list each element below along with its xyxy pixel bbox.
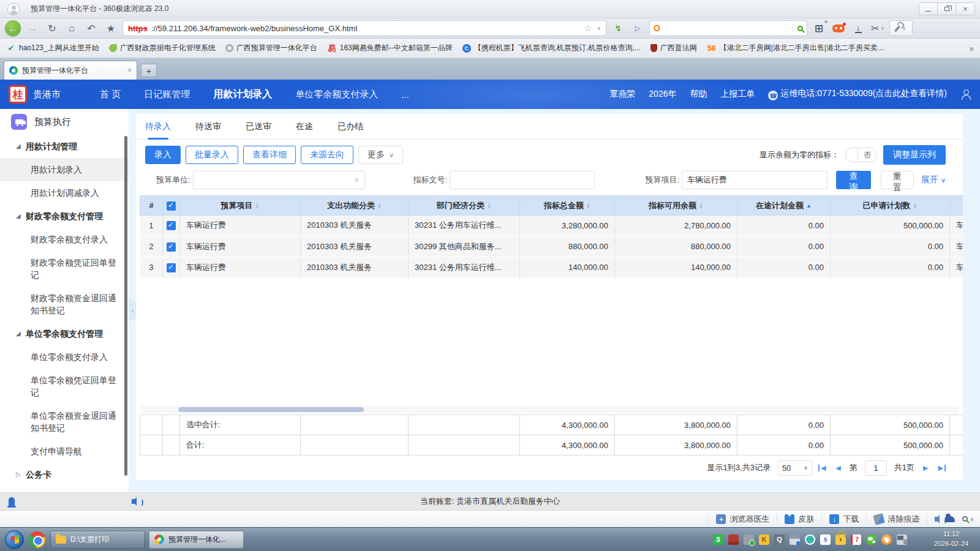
cell-extra[interactable]: 车辆运行费 [950,216,963,236]
column-header[interactable]: 部门经济分类 [409,196,520,216]
bookmark[interactable]: 广西普法网 [650,43,697,53]
cell-applied[interactable]: 500,000.00 [831,216,950,236]
status-tab[interactable]: 已办结 [337,114,363,140]
cell-applied[interactable]: 0.00 [831,236,950,257]
play-icon[interactable]: ▷ [630,20,646,36]
cell-applied[interactable]: 0.00 [831,257,950,278]
cell-econ-class[interactable]: 30231 公务用车运行维... [409,216,520,236]
kis-icon[interactable]: K [759,534,769,545]
cell-in-transit[interactable]: 0.00 [737,236,831,257]
cell-total-amount[interactable]: 3,280,000.00 [520,216,615,236]
row-checkbox[interactable] [163,257,180,278]
sort-icon[interactable] [806,204,812,208]
column-header[interactable]: 已申请计划数 [831,196,950,216]
lock-icon[interactable] [835,534,846,545]
forward-button[interactable]: → [24,20,40,36]
nav-item[interactable]: 首 页 [100,89,121,100]
cell-in-transit[interactable]: 0.00 [737,257,831,278]
address-bar[interactable]: https ://59.211.206.34/framework-web2/bu… [123,20,606,36]
new-tab-button[interactable]: + [141,64,157,77]
row-checkbox[interactable] [163,236,180,257]
taskbar-folder-button[interactable]: D:\支票打印 [50,531,145,549]
prev-page-button[interactable]: ◀ [834,464,842,472]
stock-app-icon[interactable]: 7 [851,534,861,545]
statusbar-item[interactable]: + 浏览器医生 [708,514,777,525]
table-row[interactable]: 2 车辆运行费 2010303 机关服务 30299 其他商品和服务... 88… [140,236,963,257]
cell-extra[interactable]: 车辆运行费 [950,236,963,257]
sidebar-item[interactable]: 用款计划调减录入 [0,181,129,204]
360-swirl-icon[interactable]: S [820,534,831,545]
bookmark[interactable]: ✔ hao123_上网从这里开始 [6,43,99,53]
cell-available-balance[interactable]: 880,000.00 [615,236,737,257]
column-header[interactable]: 指标总金额 [520,196,615,216]
ticket-link[interactable]: 上报工单 [720,89,755,100]
sogou-input-icon[interactable]: S [713,534,723,545]
page-number-input[interactable]: 1 [865,460,887,476]
nav-item[interactable]: 用款计划录入 [213,88,272,101]
nav-item[interactable]: 单位零余额支付录入 [295,89,378,100]
action-button[interactable]: 录入 [145,146,181,164]
statusbar-item[interactable]: 清除痕迹 [866,514,927,525]
cell-budget-item[interactable]: 车辆运行费 [180,236,301,257]
action-button[interactable]: 更多 [358,146,403,164]
column-header[interactable]: 支出功能分类 [301,196,409,216]
sort-icon[interactable] [586,203,590,209]
statusbar-item[interactable]: ↓ 下载 [821,514,866,525]
nav-item[interactable]: ... [401,89,409,100]
select-all-checkbox[interactable] [163,196,180,216]
cell-function-class[interactable]: 2010303 机关服务 [301,236,409,257]
reset-button[interactable]: 重置 [881,171,914,189]
download-button[interactable]: ↓ [850,20,866,36]
doc-no-input[interactable] [450,171,595,189]
cell-function-class[interactable]: 2010303 机关服务 [301,257,409,278]
budget-unit-select[interactable] [193,171,366,189]
current-user[interactable]: 覃燕荣 [609,89,635,100]
sidebar-scrollbar[interactable] [124,136,127,476]
search-box[interactable]: O [649,20,807,36]
bookmark[interactable]: C 【携程机票】飞机票查询,机票预订,机票价格查询,... [462,43,641,53]
sort-icon[interactable] [487,203,491,209]
nav-item[interactable]: 日记账管理 [144,89,190,100]
wallet-icon[interactable] [728,534,739,545]
row-checkbox[interactable] [163,216,180,236]
status-tab[interactable]: 已送审 [246,114,271,140]
user-avatar-icon[interactable] [7,3,20,15]
screenshot-button[interactable]: ✂∨ [870,20,886,36]
expand-filters-link[interactable]: 展开 [921,174,946,186]
cell-available-balance[interactable]: 140,000.00 [615,257,737,278]
sidebar-item[interactable]: 单位零余额凭证回单登记 [0,369,129,404]
speed-icon[interactable]: ↯ [610,20,626,36]
network-icon[interactable] [897,534,907,545]
bookmark[interactable]: 58 【港北二手房网|港北二手房出售|港北二手房买卖... [707,43,884,53]
bookmarks-overflow-icon[interactable]: » [969,43,974,53]
cell-in-transit[interactable]: 0.00 [737,216,831,236]
adjust-columns-button[interactable]: 调整显示列 [883,145,946,165]
favorites-button[interactable]: ★ [103,20,119,36]
refresh-button[interactable]: ↻ [44,20,60,36]
browser-tab[interactable]: 预算管理一体化平台 × [4,61,137,80]
doc-search-icon[interactable]: Q [774,534,785,545]
help-link[interactable]: 帮助 [690,89,707,100]
fiscal-year[interactable]: 2026年 [649,89,676,100]
sidebar-item[interactable]: 单位零余额资金退回通知书登记 [0,404,129,440]
taskbar-clock[interactable]: 11:12 2026-02-24 [927,530,975,549]
cell-function-class[interactable]: 2010303 机关服务 [301,216,409,236]
shield-icon[interactable] [805,534,815,545]
taskbar-browser-button[interactable]: 预算管理一体化... [149,531,244,549]
sort-icon[interactable] [377,203,382,209]
page-size-select[interactable]: 50∨ [778,460,812,476]
scrollbar-thumb[interactable] [178,407,364,412]
cloud-icon[interactable] [944,516,955,522]
column-header[interactable]: 预算项目 [180,196,301,216]
first-page-button[interactable]: ◀ [820,464,827,472]
volume-icon[interactable] [912,534,922,545]
url-dropdown-icon[interactable]: ∨ [597,25,601,31]
cell-econ-class[interactable]: 30299 其他商品和服务... [409,236,520,257]
status-tab[interactable]: 待录入 [145,114,171,140]
budget-item-input[interactable]: 车辆运行费 [682,171,827,189]
query-button[interactable]: 查询 [836,171,872,189]
home-button[interactable]: ⌂ [64,20,80,36]
printer-icon[interactable] [790,534,800,545]
sidebar-item[interactable]: 财政零余额凭证回单登记 [0,251,129,287]
close-button[interactable]: × [956,3,974,15]
